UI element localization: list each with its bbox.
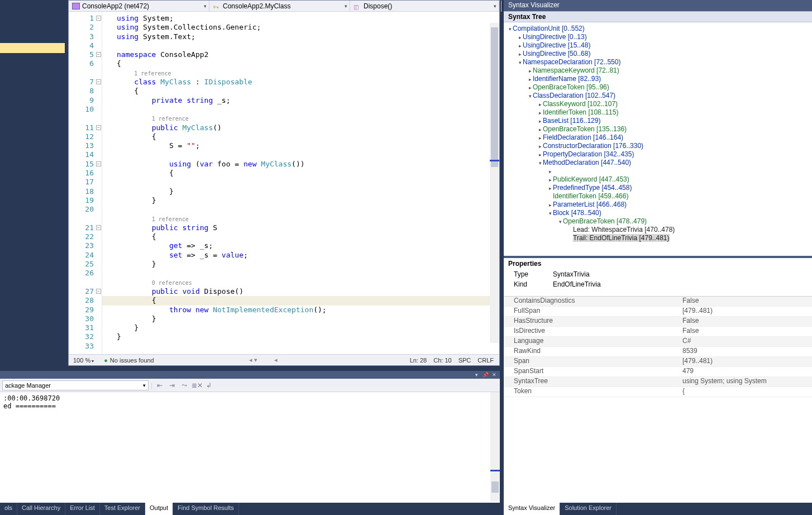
clear-all-icon[interactable]: ≣✕ [192, 381, 202, 390]
fold-toggle[interactable]: − [96, 225, 101, 230]
tree-node[interactable]: ▸BaseList [116..129) [504, 117, 812, 125]
tree-expander-icon[interactable]: ▸ [547, 184, 553, 193]
right-tab[interactable]: Syntax Visualizer [504, 503, 560, 515]
tree-node[interactable]: ▸PredefinedType [454..458) [504, 184, 812, 192]
property-row[interactable]: HasStructureFalse [504, 317, 812, 327]
property-row[interactable]: SpanStart479 [504, 367, 812, 377]
property-row[interactable]: RawKind8539 [504, 347, 812, 357]
right-tab[interactable]: Solution Explorer [560, 503, 617, 515]
tree-node-label[interactable]: Block [478..540) [553, 209, 601, 217]
tree-node-label[interactable]: UsingDirective [15..48) [523, 41, 590, 49]
code-line[interactable]: } [102, 332, 499, 341]
tree-node-label[interactable]: MethodDeclaration [447..540) [543, 159, 631, 166]
code-line[interactable] [102, 41, 499, 50]
breadcrumb-project[interactable]: ConsoleApp2 (net472) ▾ [69, 1, 209, 11]
tree-expander-icon[interactable]: ▸ [537, 126, 543, 134]
code-line[interactable]: } [102, 323, 499, 332]
code-line[interactable]: } [102, 187, 499, 196]
tree-node-label[interactable]: OpenBraceToken [135..136) [543, 125, 627, 133]
goto-icon[interactable]: ⇥ [167, 381, 177, 390]
tree-expander-icon[interactable]: ▸ [527, 75, 533, 84]
scope-indicator-icon[interactable]: ◂ ▾ [249, 356, 257, 364]
code-line[interactable] [102, 269, 499, 278]
codelens-reference[interactable]: 1 reference [134, 70, 171, 77]
property-row[interactable]: LanguageC# [504, 337, 812, 347]
code-line[interactable]: { [102, 169, 499, 178]
code-line[interactable] [102, 178, 499, 187]
tree-expander-icon[interactable]: ▾ [507, 25, 513, 34]
code-line[interactable]: using System.Collections.Generic; [102, 23, 499, 32]
fold-toggle[interactable]: − [96, 289, 101, 294]
fold-toggle[interactable]: − [96, 161, 101, 166]
properties-grid[interactable]: ContainsDiagnosticsFalseFullSpan[479..48… [504, 296, 812, 503]
tree-node[interactable]: ▸OpenBraceToken [135..136) [504, 125, 812, 133]
tree-node-label[interactable]: ConstructorDeclaration [176..330) [543, 142, 643, 150]
code-surface[interactable]: using System;using System.Collections.Ge… [102, 12, 499, 354]
tree-node-label[interactable]: IdentifierName [82..93) [533, 75, 601, 83]
tree-node-label[interactable]: UsingDirective [0..13) [523, 33, 587, 41]
output-scrollbar[interactable] [490, 392, 500, 502]
tree-node-label[interactable]: NamespaceKeyword [72..81) [533, 66, 619, 74]
code-line[interactable]: } [102, 314, 499, 323]
fold-toggle[interactable]: − [96, 16, 101, 21]
code-line[interactable]: { [102, 87, 499, 96]
tree-expander-icon[interactable]: ▾ [557, 218, 563, 226]
tree-node[interactable]: ▸PublicKeyword [447..453) [504, 175, 812, 184]
tree-node[interactable]: ▸OpenBraceToken [95..96) [504, 83, 812, 92]
code-line[interactable]: using (var foo = new MyClass()) [102, 160, 499, 169]
scrollbar-thumb[interactable] [491, 481, 499, 493]
tree-node-label[interactable]: PropertyDeclaration [342..435) [543, 150, 634, 158]
bottom-tab[interactable]: Error List [65, 503, 100, 515]
code-line[interactable]: 1 reference [102, 69, 499, 78]
code-line[interactable]: using System; [102, 14, 499, 23]
code-line[interactable]: 0 references [102, 278, 499, 287]
tree-node[interactable]: ▾ClassDeclaration [102..547) [504, 92, 812, 100]
tree-node[interactable]: ▸IdentifierToken [108..115) [504, 108, 812, 117]
fold-toggle[interactable]: − [96, 125, 101, 130]
dropdown-icon[interactable]: ▾ [473, 372, 480, 378]
code-line[interactable]: { [102, 232, 499, 241]
property-row[interactable]: FullSpan[479..481) [504, 307, 812, 317]
tree-expander-icon[interactable]: ▸ [537, 142, 543, 151]
code-line[interactable]: using System.Text; [102, 32, 499, 41]
vertical-scrollbar[interactable] [490, 23, 499, 343]
tree-node[interactable]: ▾NamespaceDeclaration [72..550) [504, 58, 812, 66]
tree-node-label[interactable]: Trail: EndOfLineTrivia [479..481) [573, 234, 670, 242]
code-line[interactable]: throw new NotImplementedException(); [102, 306, 499, 314]
indent-mode[interactable]: SPC [458, 357, 471, 364]
tree-expander-icon[interactable]: ▾ [527, 92, 533, 101]
tree-node[interactable]: Lead: WhitespaceTrivia [470..478) [504, 226, 812, 234]
tree-expander-icon[interactable]: ▸ [537, 117, 543, 126]
code-line[interactable]: set => _s = value; [102, 251, 499, 260]
code-line[interactable] [102, 205, 499, 214]
tree-expander-icon[interactable]: ▸ [547, 168, 553, 176]
tree-node-label[interactable]: IdentifierToken [459..466) [553, 192, 628, 200]
codelens-reference[interactable]: 0 references [152, 280, 192, 286]
property-row[interactable]: IsDirectiveFalse [504, 327, 812, 337]
tree-expander-icon[interactable]: ▸ [517, 50, 523, 59]
bottom-tab[interactable]: Find Symbol Results [173, 503, 239, 515]
code-line[interactable]: public string S [102, 223, 499, 232]
fold-toggle[interactable]: − [96, 52, 101, 57]
tree-expander-icon[interactable]: ▸ [527, 67, 533, 75]
bottom-tab[interactable]: ols [0, 503, 17, 515]
scroll-left-icon[interactable]: ◂ [274, 356, 278, 364]
tree-node-label[interactable]: PublicKeyword [447..453) [553, 175, 629, 183]
code-line[interactable]: 1 reference [102, 114, 499, 123]
tree-node[interactable]: ▸UsingDirective [0..13) [504, 33, 812, 41]
code-editor[interactable]: 1−2345−67−891011−12131415−161718192021−2… [69, 12, 499, 354]
code-line[interactable] [102, 105, 499, 114]
code-line[interactable] [102, 150, 499, 159]
tree-node-label[interactable]: NamespaceDeclaration [72..550) [523, 58, 620, 66]
code-line[interactable]: } [102, 260, 499, 269]
bottom-tab[interactable]: Output [145, 503, 173, 515]
tree-node-label[interactable]: Lead: WhitespaceTrivia [470..478) [573, 226, 675, 233]
code-line[interactable]: { [102, 59, 499, 68]
issues-indicator[interactable]: No issues found [104, 357, 154, 364]
code-line[interactable]: public MyClass() [102, 123, 499, 132]
tree-expander-icon[interactable]: ▸ [547, 176, 553, 184]
breadcrumb-class[interactable]: ConsoleApp2.MyClass ▾ [209, 1, 350, 11]
tree-node-label[interactable]: ClassKeyword [102..107) [543, 100, 618, 108]
word-wrap-icon[interactable]: ↲ [204, 381, 214, 390]
tree-node[interactable]: ▾OpenBraceToken [478..479) [504, 217, 812, 226]
